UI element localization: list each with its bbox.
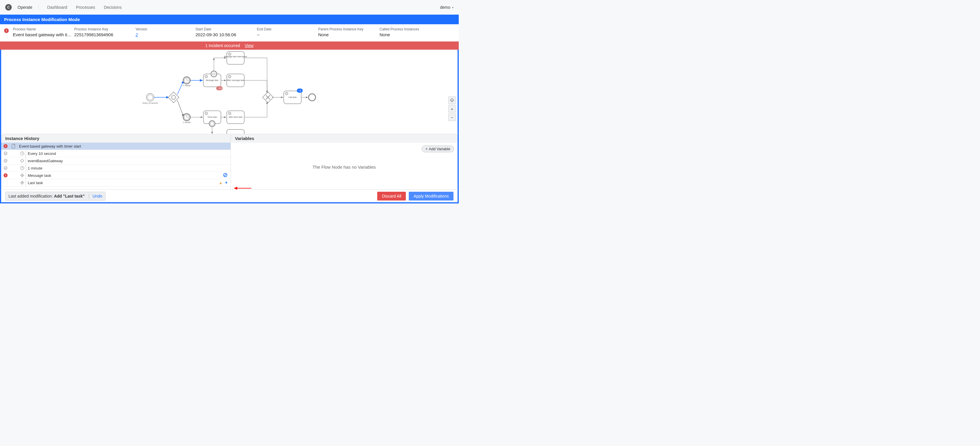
history-row-label: 1 minute <box>26 164 228 172</box>
instance-info-row: ! Process Name Event based gateway with … <box>0 24 459 41</box>
gateway-icon <box>19 158 26 163</box>
discard-all-button[interactable]: Discard All <box>377 192 406 201</box>
parent-key-label: Parent Process Instance Key <box>318 27 380 31</box>
incident-view-link[interactable]: View <box>245 43 253 48</box>
history-row[interactable]: eventBasedGateway <box>1 157 231 164</box>
success-icon <box>3 159 8 163</box>
svg-point-24 <box>211 71 217 77</box>
gear-icon <box>19 173 26 177</box>
history-row[interactable]: Every 10 second <box>1 150 231 157</box>
incident-text: 1 Incident occurred <box>205 43 240 48</box>
svg-rect-52 <box>227 129 244 134</box>
process-name-label: Process Name <box>13 27 74 31</box>
warning-icon: ▲ <box>219 181 223 185</box>
svg-line-96 <box>224 174 226 176</box>
svg-point-49 <box>209 121 215 127</box>
start-date-value: 2022-09-30 10:56:06 <box>196 32 257 37</box>
history-row[interactable]: 1 minute <box>1 164 231 172</box>
start-date-label: Start Date <box>196 27 257 31</box>
last-mod-prefix: Last added modification: <box>8 194 54 198</box>
instance-key-label: Process Instance Key <box>74 27 135 31</box>
svg-text:Last task: Last task <box>288 96 297 98</box>
success-icon <box>3 151 8 156</box>
app-logo: C <box>5 4 12 11</box>
svg-text:Every 10 second: Every 10 second <box>143 102 158 104</box>
add-variable-button[interactable]: + Add Variable <box>422 145 454 152</box>
svg-line-7 <box>177 80 184 94</box>
add-variable-label: Add Variable <box>429 147 450 151</box>
history-row[interactable]: !Message task <box>1 172 231 179</box>
zoom-out-button[interactable]: − <box>448 113 456 121</box>
svg-point-73 <box>452 100 453 101</box>
history-row-label: Every 10 second <box>26 150 228 157</box>
end-date-value: -- <box>257 32 318 37</box>
history-row-label: eventBasedGateway <box>26 157 228 164</box>
target-icon <box>450 98 454 102</box>
clock-icon <box>19 151 26 156</box>
doc-icon <box>10 144 17 148</box>
svg-text:After timer task: After timer task <box>229 116 242 118</box>
svg-text:1 minute: 1 minute <box>183 84 191 86</box>
zoom-reset-button[interactable] <box>448 96 456 104</box>
variables-header: Variables <box>235 136 254 141</box>
zoom-in-button[interactable]: + <box>448 105 456 113</box>
gear-icon <box>19 181 26 185</box>
modification-mode-banner: Process Instance Modification Mode <box>0 14 459 24</box>
error-icon: ! <box>3 144 8 148</box>
plus-icon: + <box>425 147 428 151</box>
user-name: demo <box>440 5 450 10</box>
chevron-down-icon: ▾ <box>452 6 453 9</box>
svg-text:1 minute: 1 minute <box>183 121 191 123</box>
history-row-label: Message task <box>26 172 223 179</box>
svg-text:1: 1 <box>220 87 222 90</box>
incident-icon: ! <box>4 28 9 33</box>
version-label: Version <box>135 27 196 31</box>
called-instances-label: Called Process Instances <box>380 27 441 31</box>
error-icon: ! <box>3 173 8 177</box>
svg-line-13 <box>177 100 184 117</box>
history-row-label: Last task <box>26 179 219 186</box>
process-name-value: Event based gateway with timer... <box>13 32 74 37</box>
svg-text:Message task interrupted: Message task interrupted <box>224 56 247 58</box>
svg-point-90 <box>22 175 23 176</box>
parent-key-value: None <box>318 32 380 37</box>
svg-text:+1: +1 <box>298 89 301 92</box>
svg-rect-78 <box>12 144 15 148</box>
history-row[interactable]: !Event based gateway with timer start <box>1 143 231 150</box>
version-link[interactable]: 2 <box>135 32 196 37</box>
svg-text:Message task: Message task <box>206 79 218 81</box>
called-instances-value: None <box>380 32 441 37</box>
history-row-label: Event based gateway with timer start <box>17 143 228 150</box>
nav-decisions[interactable]: Decisions <box>104 5 122 10</box>
plus-icon[interactable]: + <box>225 180 228 185</box>
end-date-label: End Date <box>257 27 318 31</box>
app-brand: Operate <box>18 5 38 10</box>
cancel-icon[interactable] <box>223 173 228 178</box>
last-modification-box: Last added modification: Add "Last task"… <box>5 192 105 201</box>
svg-text:Timer task: Timer task <box>207 116 217 118</box>
nav-dashboard[interactable]: Dashboard <box>47 5 67 10</box>
incident-banner: 1 Incident occurred View <box>0 41 459 50</box>
clock-icon <box>19 166 26 170</box>
instance-history-tree[interactable]: !Event based gateway with timer startEve… <box>1 143 231 190</box>
svg-text:After message task: After message task <box>227 79 244 81</box>
user-menu[interactable]: demo ▾ <box>440 5 453 10</box>
last-mod-value: Add "Last task" <box>54 194 85 198</box>
instance-key-value: 2251799813694906 <box>74 32 135 37</box>
success-icon <box>3 166 8 170</box>
apply-modifications-button[interactable]: Apply Modifications <box>409 192 453 201</box>
svg-point-71 <box>309 94 315 101</box>
svg-point-98 <box>22 182 23 183</box>
svg-rect-84 <box>21 159 24 162</box>
nav-processes[interactable]: Processes <box>76 5 95 10</box>
svg-rect-4 <box>168 92 179 103</box>
instance-history-header: Instance History <box>1 134 231 143</box>
undo-link[interactable]: Undo <box>89 194 102 198</box>
bpmn-diagram[interactable]: Every 10 second 1 minute 1 minute Messag… <box>0 50 459 134</box>
history-row[interactable]: Last task▲+ <box>1 179 231 186</box>
